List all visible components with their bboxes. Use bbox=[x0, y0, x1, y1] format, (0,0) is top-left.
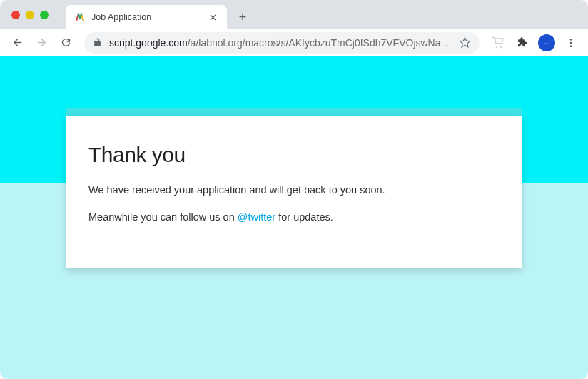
window-maximize[interactable] bbox=[40, 11, 49, 19]
menu-dots-icon[interactable] bbox=[561, 33, 581, 53]
avatar-icon: ●●● bbox=[538, 34, 555, 51]
follow-text-after: for updates. bbox=[275, 211, 333, 223]
new-tab-button[interactable]: + bbox=[233, 7, 253, 27]
reload-button[interactable] bbox=[56, 33, 76, 53]
page-heading: Thank you bbox=[88, 143, 500, 167]
extensions-icon[interactable] bbox=[512, 33, 532, 53]
address-bar[interactable]: script.google.com/a/labnol.org/macros/s/… bbox=[84, 32, 480, 54]
browser-toolbar: script.google.com/a/labnol.org/macros/s/… bbox=[0, 29, 588, 56]
twitter-link[interactable]: @twitter bbox=[238, 211, 275, 223]
page-viewport: Thank you We have received your applicat… bbox=[0, 56, 588, 379]
svg-point-1 bbox=[500, 46, 502, 47]
window-close[interactable] bbox=[11, 11, 20, 19]
forward-button[interactable] bbox=[31, 33, 51, 53]
lock-icon bbox=[93, 38, 102, 47]
card-body: Thank you We have received your applicat… bbox=[66, 116, 522, 268]
svg-point-6 bbox=[570, 45, 572, 47]
svg-point-5 bbox=[570, 41, 572, 44]
url-domain: script.google.com bbox=[109, 37, 188, 49]
profile-avatar[interactable]: ●●● bbox=[537, 33, 557, 53]
follow-text: Meanwhile you can follow us on @twitter … bbox=[88, 210, 500, 226]
card-accent-bar bbox=[66, 108, 522, 116]
tab-title: Job Application bbox=[91, 12, 207, 22]
url-path: /a/labnol.org/macros/s/AKfycbzuTmCj0ISdh… bbox=[188, 37, 449, 49]
content-card: Thank you We have received your applicat… bbox=[66, 108, 522, 268]
window-controls bbox=[11, 11, 49, 19]
tab-favicon-icon bbox=[74, 11, 86, 23]
window-minimize[interactable] bbox=[26, 11, 34, 19]
tab-close-icon[interactable] bbox=[207, 11, 218, 23]
svg-point-4 bbox=[570, 39, 572, 41]
svg-text:●●●: ●●● bbox=[544, 41, 549, 44]
bookmark-star-icon[interactable] bbox=[459, 36, 471, 49]
url-text: script.google.com/a/labnol.org/macros/s/… bbox=[109, 37, 452, 49]
back-button[interactable] bbox=[7, 33, 27, 53]
follow-text-before: Meanwhile you can follow us on bbox=[88, 211, 238, 223]
svg-point-0 bbox=[496, 46, 497, 47]
browser-tab-strip: Job Application + bbox=[0, 0, 588, 29]
browser-tab[interactable]: Job Application bbox=[66, 5, 227, 29]
confirmation-text: We have received your application and wi… bbox=[88, 183, 500, 198]
shopping-icon[interactable] bbox=[488, 33, 508, 53]
